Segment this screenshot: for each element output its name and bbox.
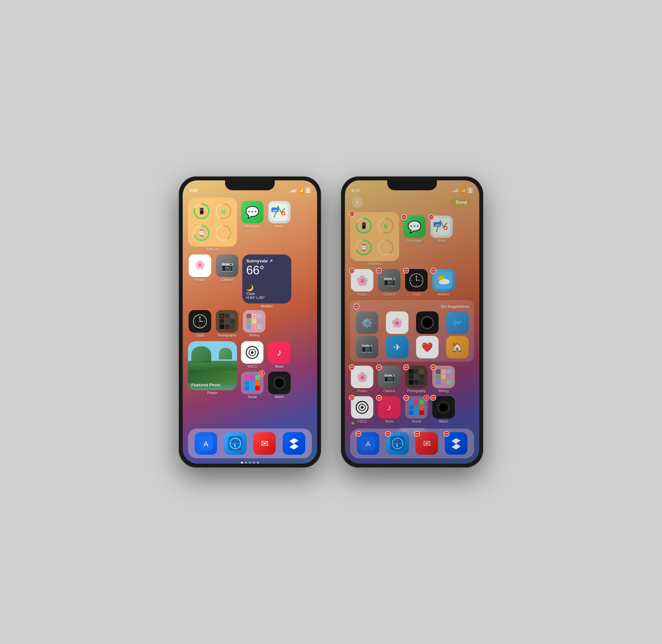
right-row3-writing[interactable]: Writing — [432, 366, 455, 393]
weather-hi-lo: H:84° L:60° — [246, 296, 287, 299]
right-row4-vsco[interactable]: VSCO — [350, 396, 374, 423]
messages-minus[interactable] — [401, 214, 407, 220]
app-social-folder[interactable]: 1 Social — [240, 372, 264, 399]
siri-settings[interactable]: ⚙️ — [356, 312, 378, 334]
app-watch[interactable]: Watch — [268, 372, 291, 399]
app-photos[interactable]: 🌸 Photos — [188, 254, 212, 282]
app-music[interactable]: ♪ Music — [268, 341, 291, 368]
r4-vsco-minus[interactable] — [349, 395, 355, 401]
right-app-weather[interactable]: Weather — [432, 269, 455, 296]
right-row3-photos[interactable]: 🌸 Photos — [350, 366, 374, 393]
r3-camera-minus[interactable] — [376, 364, 382, 370]
siri-photos[interactable]: 🌸 — [386, 312, 408, 334]
edit-plus-button[interactable]: + — [351, 197, 363, 208]
messages-label: Messages — [240, 224, 264, 228]
right-row3-camera[interactable]: 📷 Camera — [377, 366, 401, 393]
svg-point-70 — [423, 318, 432, 327]
siri-section-minus[interactable] — [353, 303, 360, 309]
right-phone: 9:37 📶 ▓ + Done — [341, 176, 483, 468]
edit-done-button[interactable]: Done — [451, 198, 473, 207]
app-clock[interactable]: 12 3 6 9 Clock — [188, 310, 212, 337]
siri-camera-icon: 📷 — [356, 336, 378, 359]
siri-suggestions-label: Siri Suggestions — [363, 304, 471, 308]
svg-text:A: A — [204, 440, 208, 448]
batteries-minus[interactable] — [349, 211, 355, 217]
featured-photo-container[interactable]: Featured Photo Photos — [188, 341, 237, 395]
right-row4-watch[interactable]: Watch — [432, 396, 455, 423]
batteries-widget: 📱 🔋 — [188, 198, 237, 247]
siri-camera[interactable]: 📷 — [356, 336, 378, 359]
dock-safari-minus[interactable] — [385, 431, 391, 437]
app-maps[interactable]: 280 Maps — [268, 201, 291, 228]
weather-condition: Clear — [246, 292, 287, 296]
right-app-maps[interactable]: 280 Maps — [430, 215, 454, 243]
right-status-icons: 📶 ▓ — [453, 188, 473, 193]
siri-health[interactable]: ❤️ — [416, 336, 439, 359]
weather-widget-container[interactable]: Sunnyvale ↗ 66° 🌙 Clear H:84° L:60° Weat… — [242, 254, 291, 308]
dock-appstore[interactable]: A — [195, 432, 217, 455]
app-writing-folder[interactable]: Δ Writing — [242, 310, 266, 337]
r3-writing-label: Writing — [432, 389, 455, 393]
right-clock-minus[interactable] — [403, 268, 409, 274]
svg-point-74 — [361, 406, 363, 409]
app-vsco[interactable]: VSCO — [240, 341, 264, 368]
right-dock-appstore[interactable]: A — [357, 432, 379, 455]
right-screen: 9:37 📶 ▓ + Done — [345, 180, 479, 464]
r3-photos-minus[interactable] — [349, 364, 355, 370]
siri-home[interactable]: 🏠 — [446, 336, 469, 359]
right-dock-dropbox[interactable] — [445, 432, 467, 455]
siri-clock-face[interactable] — [416, 312, 439, 334]
dot-4 — [253, 462, 255, 464]
r4-social-minus[interactable] — [403, 395, 409, 401]
tweetbot-icon: 🐦 — [446, 312, 469, 334]
maps-minus[interactable] — [428, 214, 434, 220]
right-camera-minus[interactable] — [376, 268, 382, 274]
row-2: 🌸 Photos 📷 Camera Sunnyvale ↗ — [188, 254, 312, 308]
dock-dropbox-minus[interactable] — [443, 431, 450, 437]
right-photos-minus[interactable] — [349, 268, 355, 274]
r3-photo-minus[interactable] — [403, 364, 409, 370]
right-row4-social[interactable]: 1 Social — [405, 396, 428, 423]
row-3: 12 3 6 9 Clock ⬛ — [188, 310, 312, 337]
left-phone: 9:37 📶 ▓ — [179, 176, 321, 468]
home-content: 📱 🔋 — [183, 195, 317, 464]
right-app-messages[interactable]: 💬 Messages — [403, 215, 426, 243]
r4-watch-minus[interactable] — [430, 395, 436, 401]
siri-clock-face-icon — [416, 312, 439, 334]
siri-row-1: ⚙️ 🌸 — [353, 312, 471, 334]
svg-point-12 — [282, 212, 284, 214]
music-icon: ♪ — [268, 341, 291, 364]
photos-label: Photos — [188, 278, 212, 282]
right-dock-spark[interactable]: ✉ — [415, 432, 438, 455]
telegram-icon: ✈ — [386, 336, 408, 359]
weather-city: Sunnyvale ↗ — [246, 258, 287, 263]
battery-icon: ▓ — [305, 188, 311, 193]
right-app-clock[interactable]: 12 3 6 9 Clock — [405, 269, 428, 296]
siri-tweetbot[interactable]: 🐦 — [446, 312, 469, 334]
dock-dropbox[interactable] — [283, 432, 305, 455]
settings-icon: ⚙️ — [356, 312, 378, 334]
right-weather-minus[interactable] — [430, 268, 436, 274]
app-messages[interactable]: 💬 Messages — [240, 201, 264, 228]
right-photos-label: Photos — [350, 293, 374, 296]
weather-label: Weather — [255, 304, 279, 308]
right-dock-safari[interactable] — [386, 432, 409, 455]
siri-telegram[interactable]: ✈ — [386, 336, 408, 359]
photography-label: Photography — [215, 334, 239, 337]
dot-2 — [245, 462, 247, 464]
dock-spark[interactable]: ✉ — [253, 432, 276, 455]
app-photography-folder[interactable]: ⬛ Photography — [215, 310, 239, 337]
r3-writing-minus[interactable] — [430, 364, 436, 370]
social-folder-icon: 1 — [241, 372, 264, 394]
right-batteries-container[interactable]: 📱 🔋 ⌚ — [350, 212, 399, 266]
app-camera[interactable]: 📷 Camera — [215, 254, 239, 282]
right-app-photos[interactable]: 🌸 Photos — [350, 269, 374, 296]
right-row-2: 🌸 Photos 📷 Camera 12 — [350, 269, 474, 296]
right-row3-photography[interactable]: Photography — [405, 366, 428, 393]
right-messages-label: Messages — [403, 239, 426, 243]
dock-safari[interactable] — [224, 432, 247, 455]
right-app-camera[interactable]: 📷 Camera — [377, 269, 401, 296]
batteries-widget-container[interactable]: 📱 🔋 — [188, 198, 237, 251]
right-row4-music[interactable]: ♪ Music — [377, 396, 401, 423]
r4-music-minus[interactable] — [376, 395, 382, 401]
